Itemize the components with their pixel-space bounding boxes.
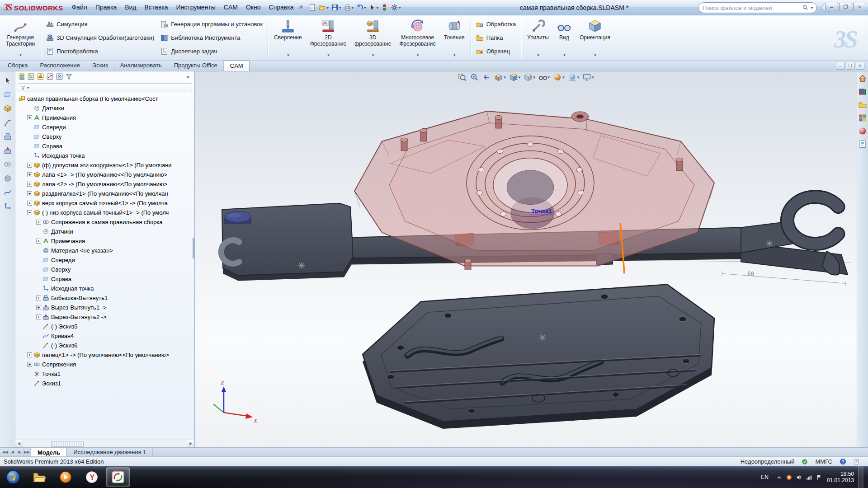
left-toolbar-mates-button[interactable] (2, 159, 13, 170)
rebuild-button[interactable] (380, 3, 389, 12)
tree-item-12[interactable]: −(-) низ корпуса самый точный<1> -> (По … (15, 208, 194, 217)
left-toolbar-part-button[interactable] (2, 103, 13, 114)
utilities-button[interactable]: Утилиты▾ (524, 17, 552, 59)
expand-toggle-icon[interactable]: + (27, 182, 32, 187)
left-toolbar-curve-button[interactable] (2, 187, 13, 198)
tab-sketch[interactable]: Эскиз (86, 61, 114, 71)
task-pane-file-explorer-button[interactable] (858, 100, 867, 109)
tree-item-28[interactable]: +Сопряжения (15, 360, 194, 369)
base-plate-part[interactable] (363, 284, 714, 429)
menu-cam[interactable]: CAM (220, 0, 242, 15)
minimize-button[interactable]: – (825, 3, 838, 11)
tree-item-0[interactable]: самая правильная сборка (По умолчанию<Со… (15, 94, 194, 103)
left-toolbar-origin-button[interactable] (2, 201, 13, 212)
tree-item-20[interactable]: Исходная точка (15, 284, 194, 293)
expand-toggle-icon[interactable]: − (27, 210, 32, 215)
task-manager-button[interactable]: Диспетчер задач (157, 45, 266, 57)
panel-chevron-icon[interactable]: » (186, 73, 192, 80)
volume-icon[interactable] (796, 474, 802, 481)
yandex-browser-button[interactable]: Y (80, 467, 104, 487)
dimxpert-manager-button[interactable] (46, 73, 54, 80)
filter-caret-icon[interactable]: ▾ (27, 85, 29, 90)
tab-assembly[interactable]: Сборка (2, 61, 34, 71)
hide-show-items-button[interactable]: ▾ (538, 72, 551, 82)
action-center-icon[interactable] (816, 474, 822, 481)
pushpin-icon[interactable] (297, 5, 304, 11)
orientation-cube-button[interactable]: Ориентация▾ (576, 17, 614, 59)
zoom-fit-button[interactable] (457, 72, 467, 82)
doc-close-button[interactable]: × (856, 62, 864, 70)
point1-label[interactable]: Точка1 (531, 207, 552, 215)
tree-item-27[interactable]: +палец<1> -> (По умолчанию<<По умолчанию… (15, 350, 194, 360)
display-manager-button[interactable] (56, 73, 63, 80)
expand-toggle-icon[interactable]: + (36, 220, 41, 225)
start-button[interactable] (1, 467, 25, 487)
hidden-icons-icon[interactable] (776, 474, 783, 481)
menu-edit[interactable]: Правка (91, 0, 121, 15)
folder-button[interactable]: Папка (473, 31, 519, 44)
feature-manager-button[interactable] (18, 73, 25, 80)
network-icon[interactable] (806, 474, 812, 481)
search-dropdown-caret-icon[interactable]: ▾ (811, 5, 813, 10)
task-pane-solidworks-resources-button[interactable] (858, 74, 867, 83)
tool-library-button[interactable]: Библиотека Инструмента (157, 31, 266, 44)
tree-item-9[interactable]: +лапа <2> -> (По умолчанию<<По умолчанию… (15, 179, 194, 189)
task-pane-view-palette-button[interactable] (858, 113, 867, 122)
simulation-3d-button[interactable]: 3D Симуляция Оработки(заготовки) (43, 31, 157, 44)
apply-scene-button[interactable]: ▾ (567, 72, 580, 82)
expand-toggle-icon[interactable]: + (27, 352, 32, 357)
expand-toggle-icon[interactable]: + (36, 305, 41, 310)
tree-item-2[interactable]: +Примечания (15, 113, 194, 122)
tree-item-4[interactable]: Сверху (15, 132, 194, 141)
tab-cam[interactable]: CAM (224, 61, 250, 71)
generate-toolpath-button[interactable]: ГенерацияТраектории▾ (2, 17, 38, 59)
tab-scroll-prev-button[interactable]: ◀ (9, 448, 16, 456)
property-manager-button[interactable] (27, 73, 35, 80)
menu-insert[interactable]: Вставка (141, 0, 172, 15)
multiaxis-button[interactable]: МногоосевоеФрезерование▾ (396, 17, 439, 59)
clock[interactable]: 18:50 01.01.2013 (827, 471, 854, 483)
expand-toggle-icon[interactable]: + (27, 362, 32, 367)
tree-item-17[interactable]: Спереди (15, 255, 194, 265)
left-toolbar-select-button[interactable] (2, 75, 13, 86)
new-document-button[interactable] (307, 3, 317, 12)
left-toolbar-boss-button[interactable] (2, 131, 13, 142)
tab-scroll-next-button[interactable]: ▶ (16, 448, 24, 456)
expand-toggle-icon[interactable]: + (27, 172, 32, 177)
tree-filter[interactable]: ▾ (18, 83, 192, 92)
language-indicator[interactable]: EN (758, 472, 771, 482)
expand-toggle-icon[interactable]: + (36, 314, 41, 319)
quick-tips-icon[interactable] (840, 458, 846, 465)
select-button[interactable]: ▾ (368, 3, 380, 12)
menu-help[interactable]: Справка (265, 0, 298, 15)
tree-item-19[interactable]: Справа (15, 274, 194, 284)
left-toolbar-sketch-button[interactable] (2, 117, 13, 128)
tree-item-14[interactable]: Датчики (15, 227, 194, 236)
scrollbar-thumb[interactable] (51, 441, 84, 447)
units-text[interactable]: ММГС (815, 458, 832, 465)
tree-item-6[interactable]: Исходная точка (15, 151, 194, 160)
task-pane-appearances-button[interactable] (858, 127, 867, 136)
left-toolbar-material-button[interactable] (2, 173, 13, 184)
expand-toggle-icon[interactable]: + (27, 191, 32, 196)
turning-button[interactable]: Точение▾ (440, 17, 468, 59)
tree-item-8[interactable]: +лапа <1> -> (По умолчанию<<По умолчанию… (15, 170, 194, 179)
edit-appearance-button[interactable]: ▾ (552, 72, 566, 82)
scroll-right-button[interactable]: ▶ (187, 440, 194, 447)
tree-item-16[interactable]: Материал <не указан> (15, 246, 194, 255)
menu-window[interactable]: Окно (242, 0, 265, 15)
open-button[interactable]: ▾ (317, 3, 330, 12)
tree-item-5[interactable]: Справа (15, 141, 194, 151)
save-button[interactable]: ▾ (330, 3, 342, 12)
show-desktop-button[interactable] (859, 466, 863, 488)
previous-view-button[interactable] (481, 72, 492, 82)
expand-toggle-icon[interactable]: + (27, 163, 32, 168)
left-toolbar-cut-button[interactable] (2, 145, 13, 156)
explorer-button[interactable] (28, 467, 51, 487)
tab-scroll-first-button[interactable]: ◀◀ (2, 448, 9, 456)
tree-item-10[interactable]: +раздвигалка<1> (По умолчанию<<По умолча… (15, 189, 194, 198)
machining-folder-button[interactable]: Обработка (473, 18, 519, 30)
tree-item-11[interactable]: +верх корпуса самый точный<1> -> (По умо… (15, 198, 194, 208)
mill-2d-button[interactable]: 2DФрезерование▾ (307, 17, 350, 59)
tree-horizontal-scrollbar[interactable]: ◀ ▶ (15, 440, 194, 447)
